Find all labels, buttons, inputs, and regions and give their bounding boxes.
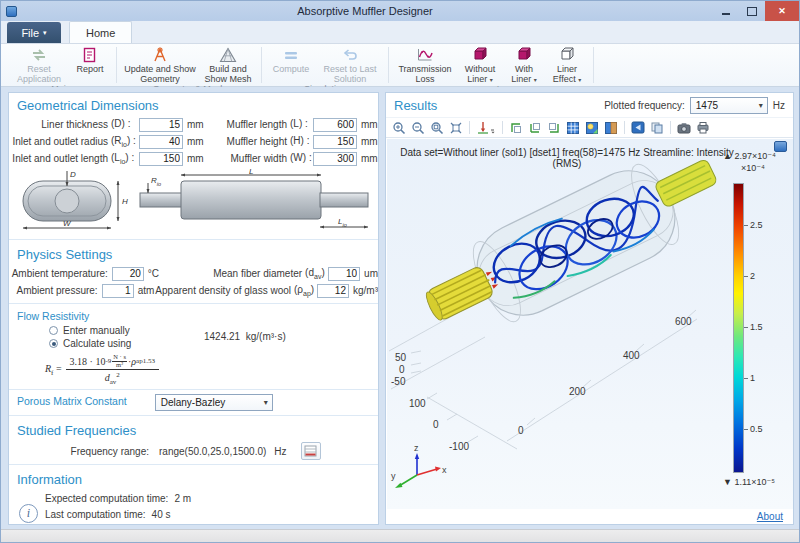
main-area: Geometrical Dimensions Liner thickness (… — [1, 87, 799, 531]
plotted-frequency-dropdown[interactable]: 1475 — [690, 97, 768, 114]
about-link[interactable]: About — [757, 511, 783, 522]
inlet-length-input[interactable] — [139, 152, 183, 166]
radio-icon — [49, 326, 58, 335]
compute-button[interactable]: Compute — [267, 45, 315, 74]
toolbar-separator — [624, 121, 625, 134]
liner-effect-icon — [558, 46, 576, 63]
section-title-physics: Physics Settings — [9, 242, 378, 265]
fiber-diameter-input[interactable] — [328, 267, 360, 281]
field-row: Inlet and outlet radius (Rio) : mm Muffl… — [9, 133, 378, 150]
image-snapshot-icon — [631, 121, 645, 134]
field-label: Inlet and outlet length — [9, 153, 108, 164]
zoom-extents-button[interactable] — [447, 119, 465, 136]
scene-light-button[interactable] — [583, 119, 601, 136]
svg-text:Lio: Lio — [338, 217, 347, 228]
field-row: Liner thickness (D) : mm Muffler length … — [9, 116, 378, 133]
glass-wool-density-input[interactable] — [317, 284, 349, 298]
info-row: Last computation time: 40 s — [45, 506, 378, 522]
colorbar-tick: 0.5 — [750, 424, 763, 434]
close-button[interactable] — [765, 1, 799, 21]
reset-application-button[interactable]: Reset Application — [11, 45, 67, 84]
svg-text:600: 600 — [675, 316, 692, 327]
chevron-down-icon: ▾ — [534, 77, 537, 83]
section-divider — [9, 464, 378, 465]
field-unit: kg/m³ — [349, 285, 378, 296]
ambient-temperature-input[interactable] — [112, 267, 144, 281]
update-geometry-icon — [151, 46, 169, 63]
button-label: With Liner ▾ — [504, 64, 544, 85]
build-mesh-icon — [219, 46, 237, 63]
muffler-schematic: D H W L Rio Lio — [9, 169, 378, 233]
svg-text:100: 100 — [409, 398, 426, 409]
zoom-in-button[interactable] — [390, 119, 408, 136]
maximize-button[interactable] — [739, 1, 765, 21]
view-yz-button[interactable] — [526, 119, 544, 136]
field-row: Inlet and outlet length (Lio) : mm Muffl… — [9, 150, 378, 167]
colorbar-min-label: ▼ 1.11×10⁻⁵ — [723, 477, 775, 487]
file-menu-button[interactable]: File ▾ — [7, 22, 61, 43]
copy-image-button[interactable] — [648, 119, 666, 136]
muffler-height-input[interactable] — [313, 135, 357, 149]
colorbar-max-label: ▲ 2.97×10⁻⁴ — [723, 151, 776, 161]
show-grid-button[interactable] — [564, 119, 582, 136]
inlet-radius-input[interactable] — [139, 135, 183, 149]
toolbar-separator — [502, 121, 503, 134]
transmission-loss-button[interactable]: Transmission Loss — [394, 45, 456, 84]
plotted-frequency-unit: Hz — [773, 100, 785, 111]
muffler-width-input[interactable] — [313, 152, 357, 166]
reset-solution-button[interactable]: Reset to Last Solution — [317, 45, 383, 84]
zoom-out-button[interactable] — [409, 119, 427, 136]
without-liner-button[interactable]: Without Liner ▾ — [458, 45, 502, 85]
radio-label: Calculate using — [63, 338, 131, 349]
status-bar — [1, 529, 799, 542]
button-label: Transmission Loss — [394, 64, 456, 84]
svg-text:400: 400 — [623, 350, 640, 361]
porous-matrix-dropdown[interactable]: Delany-Bazley — [155, 394, 273, 411]
svg-text:50: 50 — [395, 352, 407, 363]
minimize-button[interactable] — [713, 1, 739, 21]
image-snapshot-button[interactable] — [629, 119, 647, 136]
field-label: Liner thickness — [9, 119, 108, 130]
update-geometry-button[interactable]: Update and Show Geometry — [122, 45, 198, 84]
field-symbol: (D) : — [108, 118, 139, 131]
print-button[interactable] — [694, 119, 712, 136]
zoom-box-button[interactable] — [428, 119, 446, 136]
group-separator — [261, 47, 262, 83]
field-label: Ambient pressure: — [9, 285, 98, 296]
app-window: Absorptive Muffler Designer File ▾ Home … — [0, 0, 800, 543]
expected-time-label: Expected computation time: — [45, 493, 168, 504]
build-mesh-button[interactable]: Build and Show Mesh — [200, 45, 256, 84]
view-yz-icon — [528, 121, 542, 135]
field-row: Ambient pressure: atm Apparent density o… — [9, 282, 378, 299]
field-label: Muffler width — [205, 153, 287, 164]
muffler-length-input[interactable] — [313, 118, 357, 132]
go-to-default-view-button[interactable] — [474, 119, 498, 136]
view-zx-button[interactable] — [545, 119, 563, 136]
plot-3d-scene[interactable]: 0 200 400 600 100 0 -100 50 0 -50 — [387, 139, 727, 509]
chevron-down-icon: ▾ — [43, 29, 47, 37]
group-separator — [116, 47, 117, 83]
frequency-range-button[interactable] — [301, 442, 321, 460]
view-xy-button[interactable] — [507, 119, 525, 136]
colorbar-tick: 2 — [750, 271, 755, 281]
liner-thickness-input[interactable] — [139, 118, 183, 132]
tab-home[interactable]: Home — [69, 21, 132, 43]
liner-effect-button[interactable]: Liner Effect ▾ — [546, 45, 588, 85]
print-icon — [696, 121, 710, 134]
with-liner-button[interactable]: With Liner ▾ — [504, 45, 544, 85]
field-unit: mm — [183, 153, 205, 164]
svg-text:200: 200 — [569, 386, 586, 397]
field-label: Mean fiber diameter — [168, 268, 302, 279]
zoom-box-icon — [430, 121, 444, 135]
field-unit: mm — [357, 119, 378, 130]
camera-button[interactable] — [675, 119, 693, 136]
report-button[interactable]: Report — [69, 45, 111, 74]
toolbar-separator — [670, 121, 671, 134]
frequency-range-value: range(50.0,25.0,1500.0) — [149, 446, 266, 457]
subsection-title-flow-resistivity: Flow Resistivity — [9, 306, 378, 324]
section-divider — [9, 239, 378, 240]
section-title-results: Results — [386, 95, 437, 116]
ambient-pressure-input[interactable] — [102, 284, 134, 298]
plotted-frequency-value: 1475 — [696, 100, 718, 111]
transparency-button[interactable] — [602, 119, 620, 136]
